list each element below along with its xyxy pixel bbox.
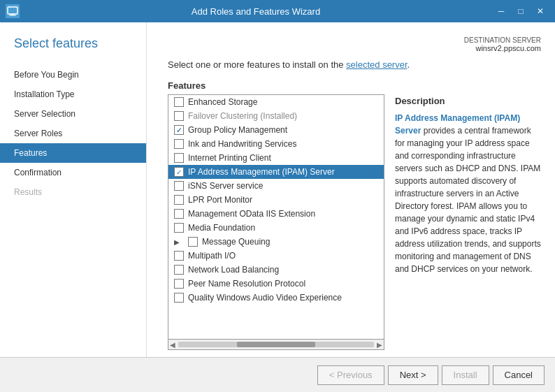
bottom-bar: < Previous Next > Install Cancel bbox=[0, 357, 555, 392]
svg-rect-0 bbox=[8, 7, 17, 14]
list-item[interactable]: iSNS Server service bbox=[168, 179, 384, 193]
checkbox-internet-printing[interactable] bbox=[174, 153, 184, 163]
sidebar-item-server-roles[interactable]: Server Roles bbox=[0, 124, 146, 143]
checkbox-network-load-balancing[interactable] bbox=[174, 265, 184, 275]
features-list-container: Enhanced Storage Failover Clustering (In… bbox=[168, 94, 384, 340]
sidebar-item-before-you-begin[interactable]: Before You Begin bbox=[0, 65, 146, 85]
scroll-left-icon[interactable]: ◀ bbox=[170, 341, 175, 349]
sidebar-item-features[interactable]: Features bbox=[0, 143, 146, 163]
svg-rect-2 bbox=[9, 15, 16, 16]
list-item[interactable]: LPR Port Monitor bbox=[168, 193, 384, 207]
horizontal-scrollbar[interactable]: ◀ ▶ bbox=[168, 340, 384, 350]
list-item[interactable]: Quality Windows Audio Video Experience bbox=[168, 291, 384, 305]
list-item[interactable]: Multipath I/O bbox=[168, 249, 384, 263]
description-text: IP Address Management (IPAM) Server prov… bbox=[395, 112, 541, 275]
right-content: DESTINATION SERVER winsrv2.ppscu.com Sel… bbox=[147, 22, 555, 357]
checkbox-ipam[interactable]: ✓ bbox=[174, 167, 184, 177]
description-label: Description bbox=[395, 96, 541, 106]
list-item[interactable]: Enhanced Storage bbox=[168, 95, 384, 109]
checkbox-media-foundation[interactable] bbox=[174, 223, 184, 233]
checkbox-multipath-io[interactable] bbox=[174, 251, 184, 261]
content-area: Select features Before You Begin Install… bbox=[0, 22, 555, 357]
list-item[interactable]: Peer Name Resolution Protocol bbox=[168, 277, 384, 291]
server-name: winsrv2.ppscu.com bbox=[168, 44, 541, 52]
main-container: Select features Before You Begin Install… bbox=[0, 22, 555, 392]
install-button[interactable]: Install bbox=[442, 365, 489, 385]
sidebar-item-results: Results bbox=[0, 182, 146, 202]
maximize-button[interactable]: □ bbox=[512, 2, 530, 20]
cancel-button[interactable]: Cancel bbox=[493, 365, 545, 385]
list-item[interactable]: ✓ Group Policy Management bbox=[168, 123, 384, 137]
list-item[interactable]: Management OData IIS Extension bbox=[168, 207, 384, 221]
title-bar: Add Roles and Features Wizard ─ □ ✕ bbox=[0, 0, 555, 22]
checkbox-peer-name[interactable] bbox=[174, 279, 184, 289]
scroll-right-icon[interactable]: ▶ bbox=[377, 341, 382, 349]
next-button[interactable]: Next > bbox=[388, 365, 438, 385]
destination-server: DESTINATION SERVER winsrv2.ppscu.com bbox=[168, 36, 541, 52]
scroll-thumb bbox=[237, 342, 315, 347]
window-title: Add Roles and Features Wizard bbox=[20, 6, 492, 17]
list-item[interactable]: Failover Clustering (Installed) bbox=[168, 109, 384, 123]
checkbox-failover-clustering[interactable] bbox=[174, 111, 184, 121]
sidebar-item-installation-type[interactable]: Installation Type bbox=[0, 85, 146, 104]
checkbox-quality-windows-audio[interactable] bbox=[174, 293, 184, 303]
list-item[interactable]: ▶ Message Queuing bbox=[168, 235, 384, 249]
features-list-section: Features Enhanced Storage Failover Clust… bbox=[168, 80, 384, 350]
sidebar: Select features Before You Begin Install… bbox=[0, 22, 147, 357]
checkbox-lpr[interactable] bbox=[174, 195, 184, 205]
list-item[interactable]: Ink and Handwriting Services bbox=[168, 137, 384, 151]
description-body: provides a central framework for managin… bbox=[395, 126, 541, 274]
checkbox-group-policy[interactable]: ✓ bbox=[174, 125, 184, 135]
list-item[interactable]: Internet Printing Client bbox=[168, 151, 384, 165]
features-label: Features bbox=[168, 80, 384, 91]
svg-rect-1 bbox=[10, 14, 15, 15]
close-button[interactable]: ✕ bbox=[531, 2, 549, 20]
app-icon bbox=[6, 4, 20, 18]
checkbox-isns[interactable] bbox=[174, 181, 184, 191]
list-item[interactable]: ✓ IP Address Management (IPAM) Server bbox=[168, 165, 384, 179]
checkbox-ink-handwriting[interactable] bbox=[174, 139, 184, 149]
list-item[interactable]: Network Load Balancing bbox=[168, 263, 384, 277]
features-list[interactable]: Enhanced Storage Failover Clustering (In… bbox=[168, 95, 384, 339]
sidebar-item-confirmation[interactable]: Confirmation bbox=[0, 163, 146, 182]
selected-server-link[interactable]: selected server bbox=[346, 59, 407, 70]
description-panel: Description IP Address Management (IPAM)… bbox=[395, 80, 541, 350]
window-controls: ─ □ ✕ bbox=[492, 2, 549, 20]
scroll-track bbox=[178, 342, 374, 347]
instructions: Select one or more features to install o… bbox=[168, 59, 541, 70]
minimize-button[interactable]: ─ bbox=[492, 2, 510, 20]
sidebar-title: Select features bbox=[0, 36, 146, 65]
previous-button[interactable]: < Previous bbox=[317, 365, 384, 385]
checkbox-enhanced-storage[interactable] bbox=[174, 97, 184, 107]
list-item[interactable]: Media Foundation bbox=[168, 221, 384, 235]
checkbox-management-odata[interactable] bbox=[174, 209, 184, 219]
features-panel: Features Enhanced Storage Failover Clust… bbox=[168, 80, 541, 350]
checkbox-message-queuing[interactable] bbox=[188, 237, 198, 247]
sidebar-item-server-selection[interactable]: Server Selection bbox=[0, 104, 146, 124]
expand-arrow-icon[interactable]: ▶ bbox=[174, 238, 184, 246]
